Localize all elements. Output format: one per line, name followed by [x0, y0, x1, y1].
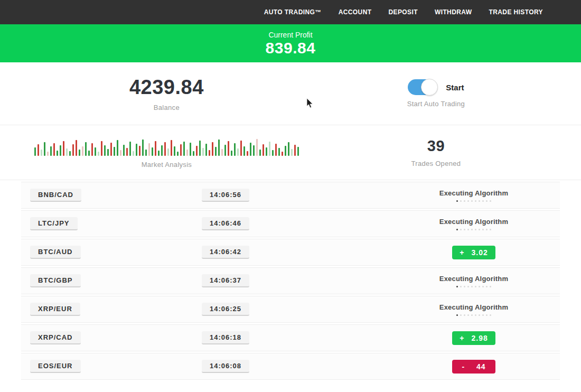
profit-badge: +3.02	[452, 246, 495, 259]
executing-status: Executing Algorithm	[439, 218, 508, 230]
balance-value: 4239.84	[129, 76, 204, 99]
pair-chip: BTC/AUD	[30, 246, 81, 259]
toggle-start-label: Start	[446, 83, 464, 92]
progress-dots	[456, 229, 491, 230]
progress-dots	[456, 200, 491, 202]
trade-row: EOS/EUR 14:06:08 -44	[21, 353, 560, 380]
time-chip: 14:06:37	[202, 274, 249, 287]
market-analysis-label: Market Analysis	[142, 161, 192, 169]
market-analysis-chart	[34, 137, 299, 156]
nav-trade-history[interactable]: TRADE HISTORY	[489, 8, 543, 16]
toggle-knob	[421, 79, 438, 96]
trade-row: XRP/EUR 14:06:25 Executing Algorithm	[21, 296, 560, 323]
trade-row: BTC/GBP 14:06:37 Executing Algorithm	[21, 267, 560, 294]
trades-opened-value: 39	[427, 137, 445, 155]
time-chip: 14:06:08	[202, 360, 249, 373]
nav-withdraw[interactable]: WITHDRAW	[435, 8, 472, 16]
trade-row: BTC/AUD 14:06:42 +3.02	[21, 239, 560, 266]
progress-dots	[456, 314, 491, 316]
auto-trading-toggle[interactable]	[408, 79, 437, 95]
time-chip: 14:06:25	[202, 303, 249, 316]
nav-deposit[interactable]: DEPOSIT	[388, 8, 417, 16]
pair-chip: XRP/CAD	[30, 331, 81, 344]
pair-chip: XRP/EUR	[30, 303, 80, 316]
pair-chip: BTC/GBP	[30, 274, 81, 287]
profit-badge: +2.98	[452, 331, 495, 345]
top-nav: AUTO TRADING™ ACCOUNT DEPOSIT WITHDRAW T…	[0, 0, 581, 24]
executing-status: Executing Algorithm	[439, 303, 508, 316]
pair-chip: LTC/JPY	[30, 217, 78, 230]
trade-row: LTC/JPY 14:06:46 Executing Algorithm	[21, 210, 560, 237]
balance-label: Balance	[154, 104, 180, 111]
trades-opened-label: Trades Opened	[411, 160, 461, 167]
current-profit-label: Current Profit	[268, 31, 312, 39]
current-profit-value: 839.84	[266, 39, 316, 57]
market-summary: Market Analysis 39 Trades Opened	[0, 125, 581, 180]
pair-chip: EOS/EUR	[30, 360, 81, 373]
time-chip: 14:06:42	[202, 246, 249, 259]
time-chip: 14:06:18	[202, 331, 249, 344]
loss-badge: -44	[452, 360, 495, 374]
account-summary: 4239.84 Balance Start Start Auto Trading	[0, 62, 581, 125]
executing-status: Executing Algorithm	[439, 189, 508, 202]
trades-table: BNB/CAD 14:06:56 Executing Algorithm LTC…	[0, 182, 581, 380]
profit-banner: Current Profit 839.84	[0, 24, 581, 62]
start-auto-trading-label: Start Auto Trading	[407, 100, 465, 108]
time-chip: 14:06:56	[202, 189, 249, 202]
nav-account[interactable]: ACCOUNT	[339, 8, 372, 16]
nav-auto-trading[interactable]: AUTO TRADING™	[264, 8, 322, 16]
executing-status: Executing Algorithm	[439, 275, 508, 287]
pair-chip: BNB/CAD	[30, 189, 81, 202]
time-chip: 14:06:46	[202, 217, 249, 230]
trade-row: XRP/CAD 14:06:18 +2.98	[21, 324, 560, 351]
trade-row: BNB/CAD 14:06:56 Executing Algorithm	[21, 182, 560, 209]
progress-dots	[456, 286, 491, 287]
